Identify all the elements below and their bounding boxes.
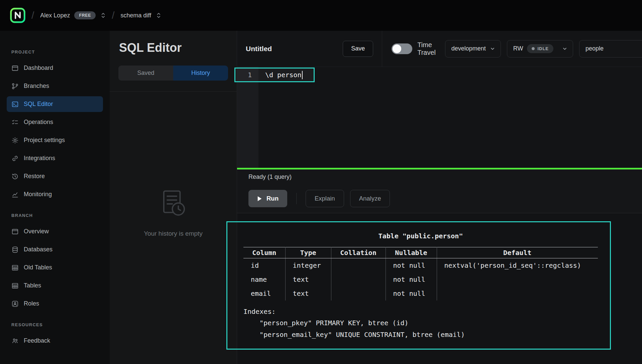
sql-editor-panel: SQL Editor Saved History Your history is	[110, 31, 237, 364]
cell: email	[243, 286, 285, 300]
user-breadcrumb[interactable]: Alex Lopez FREE	[40, 11, 106, 19]
indexes-block: Indexes: "person_pkey" PRIMARY KEY, btre…	[243, 306, 598, 341]
sidebar-item-roles[interactable]: Roles	[7, 296, 103, 312]
cell: nextval('person_id_seq'::regclass)	[437, 258, 598, 272]
chevrons-up-down-icon[interactable]	[156, 12, 161, 19]
code-line[interactable]: 1 \d person	[237, 68, 303, 82]
column-header: Nullable	[386, 247, 437, 258]
cell	[331, 272, 386, 286]
chevron-down-icon	[490, 46, 495, 51]
compute-select[interactable]: RW IDLE	[507, 40, 573, 57]
sidebar-item-label: Integrations	[24, 155, 55, 162]
annotation-box-results: Table "public.person" Column Type Collat…	[226, 221, 611, 350]
tab-history[interactable]: History	[173, 66, 228, 81]
sidebar-item-branches[interactable]: Branches	[7, 78, 103, 94]
status-bar: Ready (1 query)	[237, 169, 642, 184]
results-header-row: Column Type Collation Nullable Default	[243, 247, 598, 258]
column-header: Column	[243, 247, 285, 258]
gear-icon	[11, 137, 19, 144]
sql-editor-icon	[11, 101, 19, 108]
sidebar-item-project-settings[interactable]: Project settings	[7, 132, 103, 148]
results-table-title: Table "public.person"	[243, 231, 598, 241]
query-title[interactable]: Untitled	[246, 45, 272, 53]
sidebar-item-databases[interactable]: Databases	[7, 242, 103, 257]
table-row: name text not null	[243, 272, 598, 286]
sidebar-item-label: Roles	[24, 300, 39, 307]
database-select-value: people	[585, 45, 604, 52]
tab-saved[interactable]: Saved	[118, 66, 173, 81]
sidebar-item-old-tables[interactable]: Old Tables	[7, 260, 103, 275]
column-header: Collation	[331, 247, 386, 258]
analyze-button[interactable]: Analyze	[350, 190, 390, 207]
cell: name	[243, 272, 285, 286]
sidebar-item-feedback[interactable]: Feedback	[7, 333, 103, 349]
sidebar-item-operations[interactable]: Operations	[7, 114, 103, 130]
sidebar-item-label: SQL Editor	[24, 101, 53, 108]
explain-button[interactable]: Explain	[306, 190, 344, 207]
sidebar-item-label: Dashboard	[24, 65, 53, 72]
plan-badge: FREE	[74, 11, 96, 19]
actions-divider	[296, 193, 297, 204]
cell: not null	[386, 258, 437, 272]
sidebar-item-tables[interactable]: Tables	[7, 278, 103, 293]
topbar: / Alex Lopez FREE / schema diff	[0, 0, 642, 31]
sidebar-item-label: Tables	[24, 282, 41, 289]
table-row: email text not null	[243, 286, 598, 300]
line-number: 1	[237, 71, 258, 79]
compute-select-value: RW	[513, 45, 523, 52]
index-line: "person_email_key" UNIQUE CONSTRAINT, bt…	[243, 329, 598, 341]
section-label-project: PROJECT	[7, 49, 103, 55]
status-dot	[532, 47, 535, 50]
databases-icon	[11, 246, 19, 253]
sidebar-item-label: Project settings	[24, 137, 65, 144]
sidebar-item-label: Monitoring	[24, 191, 52, 198]
sidebar-item-label: Old Tables	[24, 264, 52, 271]
time-travel-label: Time Travel	[417, 41, 445, 56]
column-header: Default	[437, 247, 598, 258]
operations-icon	[11, 119, 19, 126]
dashboard-icon	[11, 65, 19, 72]
compute-status-text: IDLE	[537, 46, 549, 51]
cell	[437, 286, 598, 300]
feedback-icon	[11, 337, 19, 345]
database-select[interactable]: people	[579, 40, 642, 57]
project-name: schema diff	[121, 12, 151, 19]
column-header: Type	[285, 247, 331, 258]
branches-icon	[11, 83, 19, 90]
sidebar-item-label: Databases	[24, 246, 52, 253]
project-breadcrumb[interactable]: schema diff	[121, 12, 162, 19]
chevrons-up-down-icon[interactable]	[101, 12, 106, 19]
editor-header: Untitled Save Time Travel development	[237, 31, 642, 67]
table-row: id integer not null nextval('person_id_s…	[243, 258, 598, 272]
history-empty-state: Your history is empty	[110, 92, 237, 364]
app-window: / Alex Lopez FREE / schema diff PROJECT	[0, 0, 642, 364]
history-empty-icon	[158, 189, 189, 221]
index-line: "person_pkey" PRIMARY KEY, btree (id)	[243, 317, 598, 329]
sidebar-item-sql-editor[interactable]: SQL Editor	[7, 96, 103, 112]
neon-logo[interactable]	[10, 8, 25, 23]
time-travel-toggle[interactable]	[392, 43, 412, 54]
branch-select[interactable]: development	[445, 40, 501, 57]
cell: id	[243, 258, 285, 272]
sidebar-item-label: Operations	[24, 119, 53, 126]
sidebar-item-monitoring[interactable]: Monitoring	[7, 187, 103, 202]
integrations-icon	[11, 155, 19, 162]
indexes-label: Indexes:	[243, 306, 598, 317]
sidebar-item-restore[interactable]: Restore	[7, 168, 103, 184]
table-icon	[11, 264, 19, 271]
cell: not null	[386, 272, 437, 286]
cell	[437, 272, 598, 286]
section-label-branch: BRANCH	[7, 213, 103, 218]
sidebar-item-dashboard[interactable]: Dashboard	[7, 60, 103, 76]
results-pane: Table "public.person" Column Type Collat…	[237, 213, 642, 364]
query-actions: Run Explain Analyze	[237, 184, 642, 213]
sidebar-item-label: Feedback	[24, 337, 50, 344]
cell: integer	[285, 258, 331, 272]
run-button[interactable]: Run	[248, 190, 287, 207]
sql-editor-input[interactable]: 1 \d person	[237, 67, 642, 168]
monitoring-icon	[11, 191, 19, 198]
header-divider	[382, 31, 382, 67]
save-button[interactable]: Save	[343, 41, 373, 57]
sidebar-item-overview[interactable]: Overview	[7, 224, 103, 239]
sidebar-item-integrations[interactable]: Integrations	[7, 150, 103, 166]
